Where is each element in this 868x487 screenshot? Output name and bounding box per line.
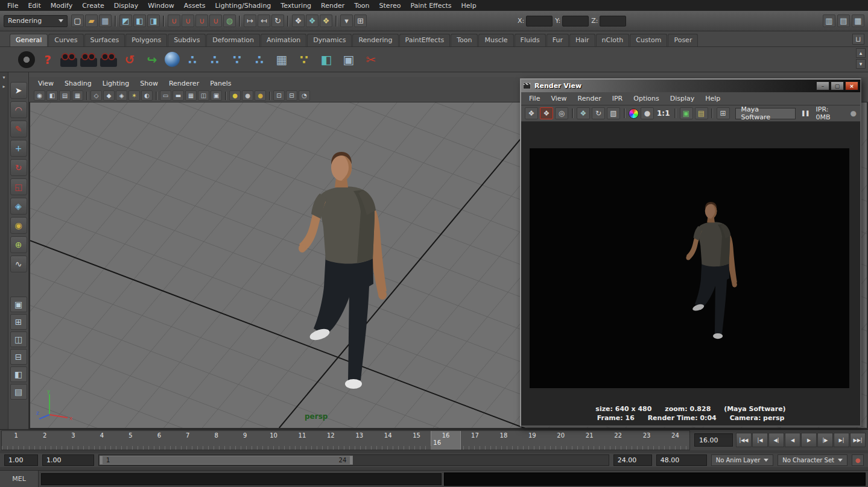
status-icon[interactable]: ∪ bbox=[168, 14, 180, 27]
viewport-toolbar-icon[interactable]: ◇ bbox=[90, 90, 102, 101]
render-view-toolbar-icon[interactable]: ▧ bbox=[607, 107, 620, 119]
viewport-toolbar-icon[interactable] bbox=[267, 90, 272, 101]
render-view-toolbar-icon[interactable] bbox=[570, 107, 575, 119]
render-view-toolbar-icon[interactable]: ↻ bbox=[592, 107, 605, 119]
render-view-titlebar[interactable]: Render View –▢× bbox=[521, 80, 860, 92]
viewport-menu-item[interactable]: Renderer bbox=[163, 80, 204, 87]
menu-item[interactable]: Window bbox=[143, 1, 179, 10]
viewport-toolbar-icon[interactable]: ◫ bbox=[198, 90, 209, 101]
status-icon[interactable] bbox=[161, 14, 166, 27]
menu-item[interactable]: Texturing bbox=[276, 1, 316, 10]
tool-button[interactable]: ◠ bbox=[10, 101, 27, 118]
playback-start-field[interactable]: 1.00 bbox=[42, 454, 94, 466]
shelf-tab[interactable]: Custom bbox=[630, 34, 667, 46]
frame-tick[interactable]: 23 bbox=[632, 431, 661, 450]
viewport-toolbar-icon[interactable]: ● bbox=[242, 90, 253, 101]
status-icon[interactable]: ∪ bbox=[195, 14, 208, 27]
shelf-icon[interactable]: ? bbox=[38, 50, 57, 69]
viewport-toolbar-icon[interactable]: ▭ bbox=[160, 90, 171, 101]
render-view-toolbar-icon[interactable]: ◎ bbox=[555, 107, 568, 119]
menu-item[interactable]: Stereo bbox=[375, 1, 406, 10]
render-view-toolbar-icon[interactable]: ❖ bbox=[525, 107, 538, 119]
viewport-toolbar-icon[interactable]: ▦ bbox=[72, 90, 83, 101]
menu-item[interactable]: Render bbox=[316, 1, 349, 10]
shelf-tab[interactable]: Subdivs bbox=[168, 34, 206, 46]
playback-end-field[interactable]: 24.00 bbox=[613, 454, 652, 466]
layout-button[interactable]: ▣ bbox=[10, 297, 27, 312]
render-view-menu-item[interactable]: Help bbox=[700, 95, 726, 102]
render-view-toolbar-icon[interactable]: ⊞ bbox=[717, 107, 730, 119]
playback-button[interactable]: ▶ bbox=[801, 433, 817, 447]
frame-tick[interactable]: 9 bbox=[230, 431, 259, 450]
auto-keyframe-toggle[interactable]: ● bbox=[852, 454, 864, 466]
shelf-icon[interactable]: ↪ bbox=[142, 50, 162, 69]
render-view-toolbar-icon[interactable] bbox=[710, 107, 715, 119]
status-icon[interactable]: ↻ bbox=[271, 14, 284, 27]
layout-button[interactable]: ◫ bbox=[10, 331, 27, 347]
render-view-menu-item[interactable]: IPR bbox=[607, 95, 629, 102]
frame-tick[interactable]: 18 bbox=[489, 431, 518, 450]
tool-button[interactable]: ✎ bbox=[10, 121, 27, 137]
layout-button[interactable]: ◧ bbox=[10, 366, 27, 382]
animation-start-field[interactable]: 1.00 bbox=[4, 454, 38, 466]
viewport-toolbar-icon[interactable]: ✶ bbox=[128, 90, 140, 101]
status-icon[interactable]: ◨ bbox=[147, 14, 160, 27]
menu-item[interactable]: Assets bbox=[179, 1, 211, 10]
shelf-tab[interactable]: nCloth bbox=[596, 34, 630, 46]
viewport-toolbar-icon[interactable]: ● bbox=[229, 90, 241, 101]
frame-tick[interactable]: 10 bbox=[259, 431, 288, 450]
shelf-tab[interactable]: Animation bbox=[261, 34, 306, 46]
frame-tick[interactable]: 1 bbox=[2, 431, 30, 450]
shelf-tab[interactable]: General bbox=[10, 34, 48, 46]
viewport-toolbar-icon[interactable]: ◔ bbox=[299, 90, 310, 101]
viewport-menu-item[interactable]: View bbox=[33, 80, 59, 87]
shelf-tab[interactable]: Dynamics bbox=[307, 34, 352, 46]
shelf-scroll-up-icon[interactable]: ▴ bbox=[856, 48, 866, 58]
layout-button[interactable]: ⊞ bbox=[10, 314, 27, 330]
status-icon[interactable] bbox=[113, 14, 118, 27]
frame-tick[interactable]: 21 bbox=[575, 431, 603, 450]
window-button[interactable]: – bbox=[816, 81, 829, 90]
command-language-toggle[interactable]: MEL bbox=[0, 471, 39, 487]
shelf-icon[interactable] bbox=[165, 52, 180, 67]
shelf-icon[interactable] bbox=[18, 51, 35, 68]
render-view-toolbar-icon[interactable] bbox=[629, 108, 639, 119]
playback-button[interactable]: ▶▶| bbox=[850, 433, 866, 447]
viewport-toolbar-icon[interactable] bbox=[154, 90, 159, 101]
coord-input[interactable] bbox=[526, 16, 553, 27]
status-icon[interactable]: ∪ bbox=[209, 14, 222, 27]
time-slider[interactable]: 1 2 3 4 5 6 7 8 9 10 bbox=[1, 430, 690, 450]
render-view-toolbar-icon[interactable] bbox=[673, 107, 678, 119]
tool-button[interactable]: ⊕ bbox=[10, 236, 27, 253]
frame-tick[interactable]: 8 bbox=[202, 431, 230, 450]
viewport-toolbar-icon[interactable]: ◉ bbox=[34, 90, 45, 101]
range-slider[interactable]: 1 24 bbox=[98, 454, 609, 466]
status-icon[interactable]: ▢ bbox=[71, 14, 84, 27]
frame-tick[interactable]: 19 bbox=[518, 431, 546, 450]
shelf-icon[interactable]: ∴ bbox=[205, 50, 224, 69]
viewport-toolbar-icon[interactable]: ◈ bbox=[116, 90, 127, 101]
frame-tick[interactable]: 12 bbox=[317, 431, 345, 450]
status-icon[interactable]: ❖ bbox=[306, 14, 318, 27]
playback-button[interactable]: |▶ bbox=[817, 433, 833, 447]
menu-item[interactable]: Toon bbox=[349, 1, 374, 10]
menu-item[interactable]: Paint Effects bbox=[405, 1, 456, 10]
layout-button[interactable]: ▤ bbox=[10, 384, 27, 400]
shelf-tab[interactable]: Toon bbox=[451, 34, 478, 46]
playback-button[interactable]: ◀ bbox=[785, 433, 800, 447]
layout-button[interactable]: ⊟ bbox=[10, 349, 27, 365]
frame-tick[interactable]: 20 bbox=[546, 431, 575, 450]
status-icon[interactable]: ◩ bbox=[119, 14, 132, 27]
status-icon[interactable] bbox=[237, 14, 242, 27]
playback-button[interactable]: ▶| bbox=[834, 433, 849, 447]
render-view-menu-item[interactable]: View bbox=[545, 95, 572, 102]
frame-tick[interactable]: 11 bbox=[288, 431, 316, 450]
playback-button[interactable]: |◀◀ bbox=[736, 433, 752, 447]
shelf-tab[interactable]: Muscle bbox=[478, 34, 513, 46]
shelf-icon[interactable] bbox=[100, 58, 117, 67]
viewport-toolbar-icon[interactable]: ▦ bbox=[185, 90, 197, 101]
status-icon[interactable]: ▰ bbox=[85, 14, 98, 27]
status-icon[interactable]: ◍ bbox=[223, 14, 236, 27]
viewport-toolbar-icon[interactable] bbox=[223, 90, 228, 101]
shelf-tab[interactable]: Deformation bbox=[206, 34, 260, 46]
